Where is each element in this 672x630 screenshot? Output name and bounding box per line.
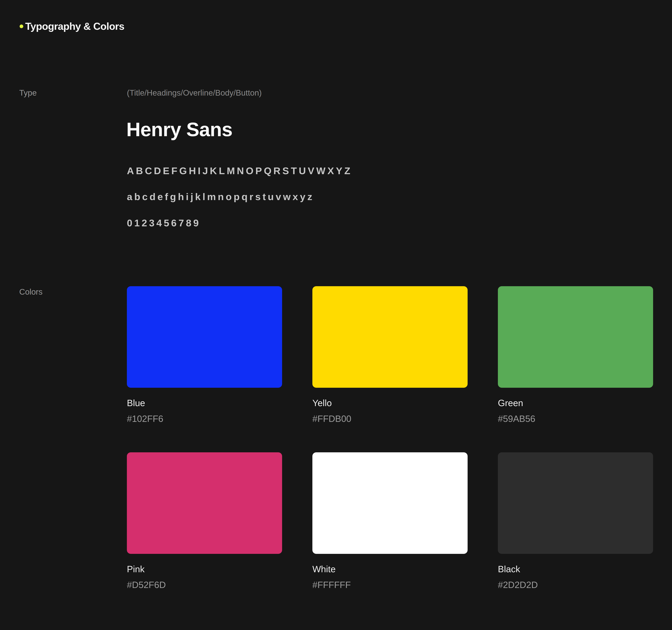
color-swatch-cell: Blue #102FF6	[127, 286, 282, 424]
color-swatch-hex: #2D2D2D	[498, 579, 653, 590]
color-swatch-cell: Black #2D2D2D	[498, 452, 653, 590]
color-swatch-tile	[127, 286, 282, 388]
page-header: Typography & Colors	[20, 20, 124, 33]
color-swatch-tile	[127, 452, 282, 554]
color-swatch-hex: #D52F6D	[127, 579, 282, 590]
color-swatch-hex: #FFFFFF	[312, 579, 467, 590]
color-swatch-tile	[498, 452, 653, 554]
specimen-uppercase: ABCDEFGHIJKLMNOPQRSTUVWXYZ	[127, 166, 352, 176]
color-swatch-name: White	[312, 563, 467, 575]
color-swatch-tile	[312, 452, 467, 554]
colors-section-label: Colors	[19, 287, 43, 296]
color-swatch-hex: #102FF6	[127, 413, 282, 424]
color-swatch-cell: Green #59AB56	[498, 286, 653, 424]
color-swatch-cell: White #FFFFFF	[312, 452, 467, 590]
color-swatch-name: Blue	[127, 397, 282, 409]
type-usage-hint: (Title/Headings/Overline/Body/Button)	[127, 88, 262, 97]
color-swatch-tile	[312, 286, 467, 388]
color-swatch-name: Green	[498, 397, 653, 409]
color-swatch-cell: Yello #FFDB00	[312, 286, 467, 424]
specimen-numerals: 0123456789	[127, 218, 200, 228]
font-name-heading: Henry Sans	[126, 119, 233, 140]
color-swatch-hex: #FFDB00	[312, 413, 467, 424]
specimen-lowercase: abcdefghijklmnopqrstuvwxyz	[127, 192, 314, 202]
color-swatch-name: Pink	[127, 563, 282, 575]
color-swatch-name: Yello	[312, 397, 467, 409]
color-swatch-grid: Blue #102FF6 Yello #FFDB00 Green #59AB56…	[127, 286, 653, 590]
style-guide-page: Typography & Colors Type (Title/Headings…	[0, 0, 672, 630]
color-swatch-name: Black	[498, 563, 653, 575]
bullet-icon	[20, 24, 23, 28]
color-swatch-hex: #59AB56	[498, 413, 653, 424]
type-section-label: Type	[19, 88, 37, 97]
page-title: Typography & Colors	[25, 21, 124, 31]
color-swatch-tile	[498, 286, 653, 388]
color-swatch-cell: Pink #D52F6D	[127, 452, 282, 590]
